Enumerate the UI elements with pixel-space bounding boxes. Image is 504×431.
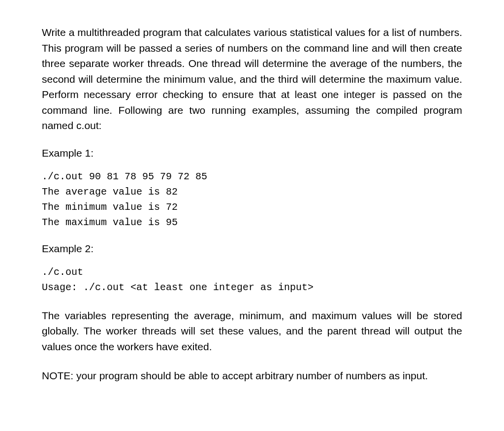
explanation-text: The variables representing the average, … <box>42 308 462 355</box>
example1-code: ./c.out 90 81 78 95 79 72 85 The average… <box>42 169 462 230</box>
problem-statement: Write a multithreaded program that calcu… <box>42 25 462 133</box>
example1-label: Example 1: <box>42 147 462 159</box>
example2-code: ./c.out Usage: ./c.out <at least one int… <box>42 265 462 295</box>
example2-label: Example 2: <box>42 243 462 255</box>
note-text: NOTE: your program should be able to acc… <box>42 368 462 384</box>
